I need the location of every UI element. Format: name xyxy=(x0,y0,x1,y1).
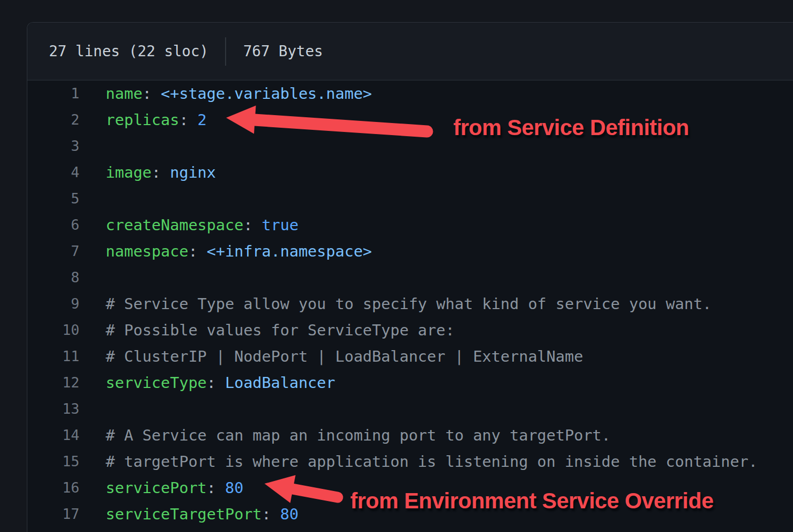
code-lines: 1name: <+stage.variables.name>2replicas:… xyxy=(27,80,793,527)
code-token: # targetPort is where application is lis… xyxy=(106,453,758,470)
code-line: 17serviceTargetPort: 80 xyxy=(27,501,793,527)
file-lines-info: 27 lines (22 sloc) xyxy=(49,43,208,60)
code-token: : xyxy=(262,505,280,523)
code-token: name xyxy=(106,85,143,103)
header-divider xyxy=(225,37,226,66)
code-text: # ClusterIP | NodePort | LoadBalancer | … xyxy=(79,343,583,370)
code-text xyxy=(79,186,106,212)
code-line: 12serviceType: LoadBalancer xyxy=(27,370,793,396)
code-token: : xyxy=(207,479,225,497)
line-number[interactable]: 7 xyxy=(27,238,79,264)
file-viewer-panel: 27 lines (22 sloc) 767 Bytes 1name: <+st… xyxy=(27,22,793,532)
code-token: # A Service can map an incoming port to … xyxy=(106,426,611,444)
file-size-info: 767 Bytes xyxy=(243,43,323,60)
line-number[interactable]: 17 xyxy=(27,501,79,527)
code-token: <+infra.namespace> xyxy=(207,242,372,260)
line-number[interactable]: 6 xyxy=(27,212,79,238)
code-text: serviceTargetPort: 80 xyxy=(79,501,299,527)
code-text: serviceType: LoadBalancer xyxy=(79,370,336,396)
line-number[interactable]: 9 xyxy=(27,291,79,317)
code-text: # Possible values for ServiceType are: xyxy=(79,317,454,343)
code-token: nginx xyxy=(170,163,216,181)
line-number[interactable]: 4 xyxy=(27,159,79,186)
code-token: 80 xyxy=(280,505,299,523)
code-text xyxy=(79,396,106,422)
line-number[interactable]: 15 xyxy=(27,448,79,475)
code-token: namespace xyxy=(106,242,188,260)
code-text: servicePort: 80 xyxy=(79,475,243,501)
code-token: 2 xyxy=(198,111,207,129)
code-token: : xyxy=(151,163,170,181)
code-line: 14# A Service can map an incoming port t… xyxy=(27,422,793,448)
code-line: 9# Service Type allow you to specify wha… xyxy=(27,291,793,317)
line-number[interactable]: 5 xyxy=(27,186,79,212)
line-number[interactable]: 8 xyxy=(27,264,79,291)
line-number[interactable]: 14 xyxy=(27,422,79,448)
line-number[interactable]: 1 xyxy=(27,80,79,107)
code-line: 8 xyxy=(27,264,793,291)
code-token: LoadBalancer xyxy=(225,374,336,392)
code-token: serviceTargetPort xyxy=(106,505,262,523)
line-number[interactable]: 2 xyxy=(27,107,79,133)
code-line: 11# ClusterIP | NodePort | LoadBalancer … xyxy=(27,343,793,370)
code-token: createNamespace xyxy=(106,216,243,234)
code-text: # Service Type allow you to specify what… xyxy=(79,291,711,317)
line-number[interactable]: 11 xyxy=(27,343,79,370)
code-line: 1name: <+stage.variables.name> xyxy=(27,80,793,107)
code-line: 13 xyxy=(27,396,793,422)
code-token: : xyxy=(143,85,161,103)
line-number[interactable]: 3 xyxy=(27,133,79,159)
code-text: name: <+stage.variables.name> xyxy=(79,80,372,107)
code-text: replicas: 2 xyxy=(79,107,207,133)
code-line: 5 xyxy=(27,186,793,212)
code-line: 10# Possible values for ServiceType are: xyxy=(27,317,793,343)
code-token: : xyxy=(207,374,225,392)
code-text: # A Service can map an incoming port to … xyxy=(79,422,611,448)
code-text: image: nginx xyxy=(79,159,216,186)
code-text: # targetPort is where application is lis… xyxy=(79,448,758,475)
code-text: namespace: <+infra.namespace> xyxy=(79,238,372,264)
code-token: : xyxy=(179,111,198,129)
code-token: : xyxy=(243,216,262,234)
code-line: 7namespace: <+infra.namespace> xyxy=(27,238,793,264)
code-token: servicePort xyxy=(106,479,207,497)
code-line: 4image: nginx xyxy=(27,159,793,186)
code-token: true xyxy=(262,216,299,234)
code-token: image xyxy=(106,163,151,181)
code-token: 80 xyxy=(225,479,243,497)
line-number[interactable]: 13 xyxy=(27,396,79,422)
line-number[interactable]: 10 xyxy=(27,317,79,343)
code-token: : xyxy=(188,242,207,260)
line-number[interactable]: 16 xyxy=(27,475,79,501)
code-line: 16servicePort: 80 xyxy=(27,475,793,501)
code-line: 6createNamespace: true xyxy=(27,212,793,238)
code-token: replicas xyxy=(106,111,179,129)
code-text xyxy=(79,133,106,159)
code-text xyxy=(79,264,106,291)
code-token: # Service Type allow you to specify what… xyxy=(106,295,711,313)
code-line: 2replicas: 2 xyxy=(27,107,793,133)
code-text: createNamespace: true xyxy=(79,212,299,238)
code-token: # ClusterIP | NodePort | LoadBalancer | … xyxy=(106,347,583,365)
code-line: 15# targetPort is where application is l… xyxy=(27,448,793,475)
code-token: <+stage.variables.name> xyxy=(161,85,372,103)
code-token: serviceType xyxy=(106,374,207,392)
line-number[interactable]: 12 xyxy=(27,370,79,396)
code-line: 3 xyxy=(27,133,793,159)
file-header-bar: 27 lines (22 sloc) 767 Bytes xyxy=(27,23,793,80)
code-token: # Possible values for ServiceType are: xyxy=(106,321,454,339)
